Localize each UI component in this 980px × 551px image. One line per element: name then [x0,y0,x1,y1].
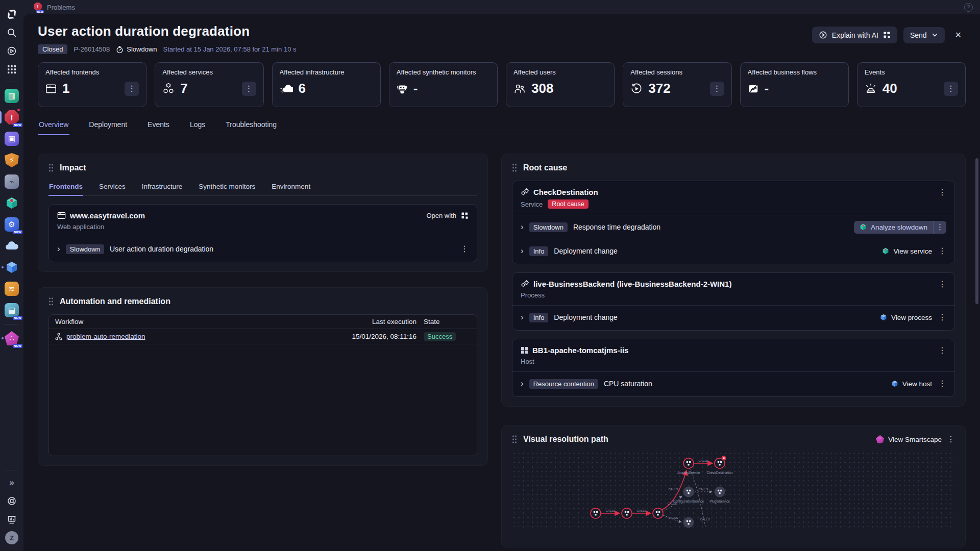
problems-app-icon: ! [5,110,19,124]
kebab-menu-icon[interactable]: ⋮ [947,435,955,443]
send-button[interactable]: Send [903,27,945,43]
impact-event-row: › Slowdown User action duration degradat… [57,237,469,261]
graph-node-journeyservice[interactable] [683,458,694,468]
view-host-action[interactable]: View host [891,380,932,388]
kebab-menu-icon[interactable]: ⋮ [938,346,946,355]
graph-node-checkdestination[interactable] [715,456,726,468]
node-label: CheckDestination [707,471,733,474]
chevron-right-icon[interactable]: › [521,379,524,388]
close-icon[interactable]: ✕ [951,28,966,42]
sidebar-item-smartscape[interactable]: ∴ NEW [0,328,23,349]
event-text: CPU saturation [604,380,652,388]
stat-card-menu-button[interactable]: ⋮ [710,82,724,96]
status-badge: Closed [38,44,67,54]
smartscape-icon: ∴ [5,331,19,345]
tab-events[interactable]: Events [146,117,170,135]
sidebar-item-security[interactable]: ⚡ [0,149,23,171]
sidebar-item-clouds[interactable] [0,235,23,257]
help-lifebuoy-icon[interactable] [0,492,23,510]
kebab-menu-icon[interactable]: ⋮ [938,313,946,321]
scrollbar-thumb[interactable] [975,158,978,304]
drag-handle-icon[interactable] [512,435,517,443]
user-avatar[interactable]: Z [0,529,23,547]
sidebar-item-settings[interactable]: ⚙ NEW [0,214,23,235]
kebab-menu-icon[interactable]: ⋮ [938,188,946,196]
dynatrace-logo[interactable] [0,5,23,23]
kebab-menu-icon[interactable]: ⋮ [460,245,469,253]
table-header: Workflow Last execution State [49,315,477,329]
tab-logs[interactable]: Logs [189,117,206,135]
view-service-action[interactable]: View service [882,247,932,255]
entity-name[interactable]: www.easytravel.com [70,211,145,220]
stopwatch-icon [116,45,124,54]
search-icon[interactable] [0,23,23,42]
browser-icon [45,83,57,94]
expand-sidebar-icon[interactable]: » [0,473,23,492]
drag-handle-icon[interactable] [512,164,517,172]
chevron-right-icon[interactable]: › [57,244,60,253]
workflow-link[interactable]: problem-auto-remediation [66,333,145,340]
drag-handle-icon[interactable] [48,297,54,306]
tab-troubleshooting[interactable]: Troubleshooting [225,117,278,135]
tab-deployment[interactable]: Deployment [88,117,128,135]
impact-tab-infrastructure[interactable]: Infrastructure [141,181,183,195]
apps-grid-icon[interactable] [0,60,23,79]
kebab-menu-icon[interactable]: ⋮ [938,280,946,288]
impact-tab-environment[interactable]: Environment [271,181,311,195]
stat-card-menu-button[interactable]: ⋮ [944,82,958,96]
getting-started-icon[interactable] [0,510,23,529]
open-with-icon[interactable] [461,212,469,219]
drag-handle-icon[interactable] [48,164,54,172]
impact-title: Impact [60,163,86,172]
view-process-action[interactable]: View process [880,314,932,321]
resolution-path-graph[interactable]: CALLS CALLS CALLS CALLS CALLS CALLS CALL… [512,451,955,529]
graph-node-critical[interactable] [622,508,632,518]
tab-overview[interactable]: Overview [38,117,69,135]
topbar-tab-problems[interactable]: ! NEW Problems [34,3,75,12]
entity-name[interactable]: live-BusinessBackend (live-BusinessBacke… [533,280,731,288]
root-cause-entity-checkdestination: CheckDestination ⋮ Service Root cause › … [512,181,955,264]
sidebar-item-hosts[interactable] [0,257,23,278]
graph-node[interactable] [683,517,694,528]
sidebar-item-problems[interactable]: ! NEW [0,107,23,128]
impact-tab-synthetic-monitors[interactable]: Synthetic monitors [198,181,256,195]
sidebar-item-distributed-tracing[interactable]: ⌁ [0,171,23,192]
chevron-right-icon[interactable]: › [521,222,524,231]
sidebar-item-services[interactable] [0,192,23,214]
explain-with-ai-button[interactable]: Explain with AI [812,27,897,43]
chevron-right-icon[interactable]: › [521,246,524,255]
sidebar-item-kubernetes[interactable]: ▣ [0,128,23,149]
view-smartscape-action[interactable]: ∴ View Smartscape [876,435,942,443]
chevron-down-icon [932,32,938,38]
graph-node-critical[interactable] [653,508,663,518]
unread-dot [2,337,4,339]
sidebar-item-dashboards[interactable]: ▥ [0,85,23,107]
smartscape-icon: ∴ [876,435,884,443]
davis-ai-icon[interactable] [0,42,23,60]
analyze-slowdown-action[interactable]: Analyze slowdown [854,221,933,234]
event-severity-badge: Resource contention [529,379,598,389]
open-with-label[interactable]: Open with [426,212,456,219]
impact-tab-services[interactable]: Services [99,181,126,195]
stat-card-menu-button[interactable]: ⋮ [242,82,256,96]
graph-node-pluginservice[interactable] [715,487,725,497]
help-icon[interactable]: ? [964,3,973,12]
entity-name[interactable]: BB1-apache-tomcatjms-iis [532,346,628,355]
graph-node-critical[interactable] [591,508,601,518]
root-cause-card: Root cause CheckDestination ⋮ Service [501,154,966,407]
chevron-right-icon[interactable]: › [521,313,524,321]
column-state: State [424,318,471,325]
stat-card-menu-button[interactable]: ⋮ [125,82,139,96]
kebab-menu-icon[interactable]: ⋮ [938,247,946,255]
sidebar-item-logs[interactable]: ▤ NEW [0,299,23,321]
visual-resolution-path-card: Visual resolution path ∴ View Smartscape… [501,425,966,547]
root-cause-entity-host: BB1-apache-tomcatjms-iis ⋮ Host › Resour… [512,339,955,397]
kebab-menu-icon[interactable]: ⋮ [938,380,946,388]
impact-tab-frontends[interactable]: Frontends [48,181,83,196]
graph-node-configurationservice[interactable] [683,487,694,497]
kebab-menu-icon[interactable]: ⋮ [933,221,946,234]
sidebar-divider [5,324,18,324]
sidebar-item-extensions[interactable]: ≋ [0,278,23,299]
problem-type: Slowdown [116,45,157,54]
entity-name[interactable]: CheckDestination [533,188,598,196]
